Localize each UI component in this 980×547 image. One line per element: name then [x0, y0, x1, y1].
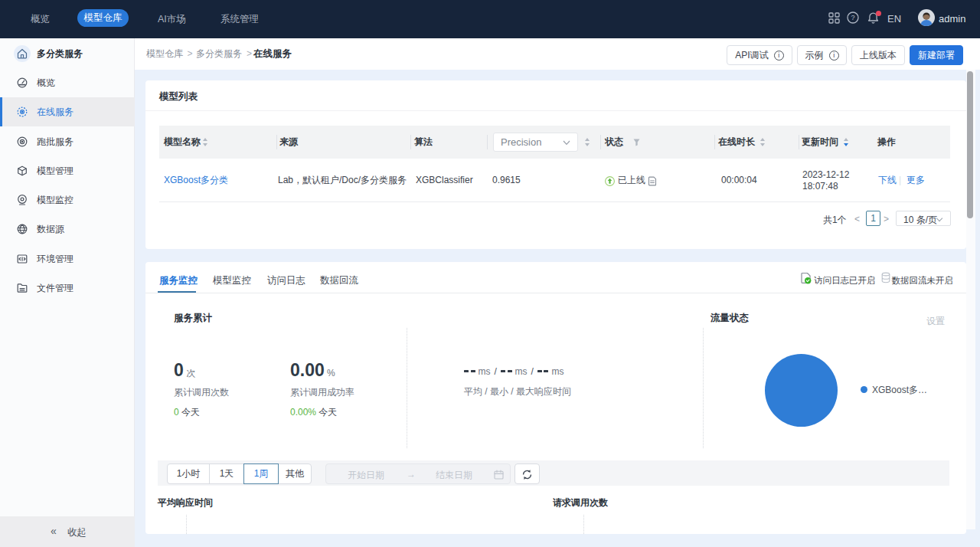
svg-text:?: ? — [851, 14, 854, 21]
